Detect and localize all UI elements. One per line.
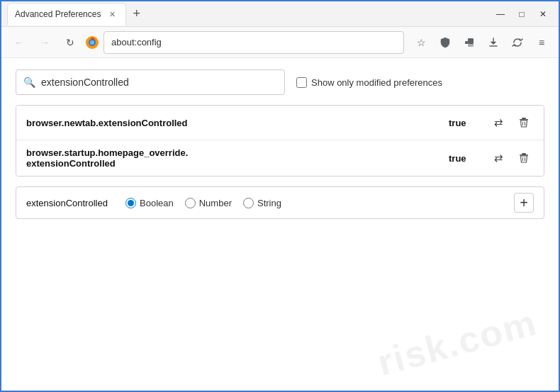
shield-icon[interactable] — [435, 33, 455, 52]
watermark: risk.com — [373, 301, 542, 383]
svg-rect-4 — [468, 38, 474, 44]
pref-name: browser.newtab.extensionControlled — [26, 118, 449, 128]
type-number-option[interactable]: Number — [185, 198, 232, 208]
delete-button[interactable] — [514, 148, 534, 168]
svg-rect-11 — [520, 155, 528, 156]
add-preference-row: extensionControlled Boolean Number Strin… — [16, 186, 544, 219]
browser-tab[interactable]: Advanced Preferences × — [7, 3, 126, 26]
svg-rect-7 — [520, 119, 528, 121]
type-string-option[interactable]: String — [243, 198, 281, 208]
type-number-radio[interactable] — [185, 198, 196, 208]
table-row: browser.newtab.extensionControlled true … — [16, 106, 544, 140]
add-preference-button[interactable]: + — [514, 193, 534, 213]
pref-name: browser.startup.homepage_override. exten… — [26, 147, 449, 169]
address-bar[interactable]: about:config — [103, 31, 404, 54]
new-pref-name: extensionControlled — [26, 198, 111, 208]
toolbar-icons: ☆ ≡ — [411, 33, 551, 52]
new-tab-button[interactable]: + — [129, 5, 145, 23]
search-input[interactable] — [41, 77, 277, 88]
show-modified-label: Show only modified preferences — [311, 77, 442, 88]
extension-icon[interactable] — [459, 33, 479, 52]
search-icon: 🔍 — [23, 77, 35, 88]
svg-rect-6 — [522, 118, 526, 119]
search-box[interactable]: 🔍 — [16, 69, 285, 95]
reset-button[interactable]: ⇄ — [488, 113, 508, 133]
type-boolean-option[interactable]: Boolean — [125, 198, 174, 208]
pref-value: true — [449, 153, 477, 164]
forward-button[interactable]: → — [34, 32, 55, 53]
svg-rect-3 — [465, 41, 468, 44]
back-button[interactable]: ← — [9, 32, 30, 53]
delete-button[interactable] — [514, 113, 534, 133]
maximize-button[interactable]: □ — [512, 4, 532, 24]
svg-point-2 — [90, 40, 94, 45]
type-radio-group: Boolean Number String — [125, 198, 281, 208]
tab-title: Advanced Preferences — [15, 9, 101, 19]
window-controls: — □ ✕ — [491, 4, 553, 24]
show-modified-checkbox[interactable] — [296, 77, 307, 88]
show-modified-checkbox-row[interactable]: Show only modified preferences — [296, 77, 442, 88]
minimize-button[interactable]: — — [491, 4, 510, 24]
bookmark-icon[interactable]: ☆ — [411, 33, 431, 52]
close-button[interactable]: ✕ — [533, 4, 553, 24]
tab-close-button[interactable]: × — [106, 7, 118, 21]
reset-button[interactable]: ⇄ — [488, 148, 508, 168]
svg-rect-10 — [522, 153, 526, 155]
toolbar: ← → ↻ about:config ☆ — [1, 27, 559, 58]
pref-actions: ⇄ — [488, 113, 534, 133]
table-row: browser.startup.homepage_override. exten… — [16, 140, 544, 176]
sync-icon[interactable] — [508, 33, 527, 52]
title-bar: Advanced Preferences × + — □ ✕ — [1, 1, 559, 27]
svg-rect-5 — [468, 44, 474, 47]
type-boolean-radio[interactable] — [125, 198, 136, 208]
search-row: 🔍 Show only modified preferences — [16, 69, 544, 95]
main-content: 🔍 Show only modified preferences browser… — [1, 58, 559, 230]
type-string-radio[interactable] — [243, 198, 254, 208]
pref-actions: ⇄ — [488, 148, 534, 168]
download-icon[interactable] — [483, 33, 503, 52]
preferences-table: browser.newtab.extensionControlled true … — [16, 105, 544, 177]
reload-button[interactable]: ↻ — [60, 32, 81, 53]
firefox-logo-icon — [85, 35, 99, 50]
menu-icon[interactable]: ≡ — [532, 33, 551, 52]
pref-value: true — [449, 118, 477, 128]
address-text: about:config — [111, 37, 162, 47]
